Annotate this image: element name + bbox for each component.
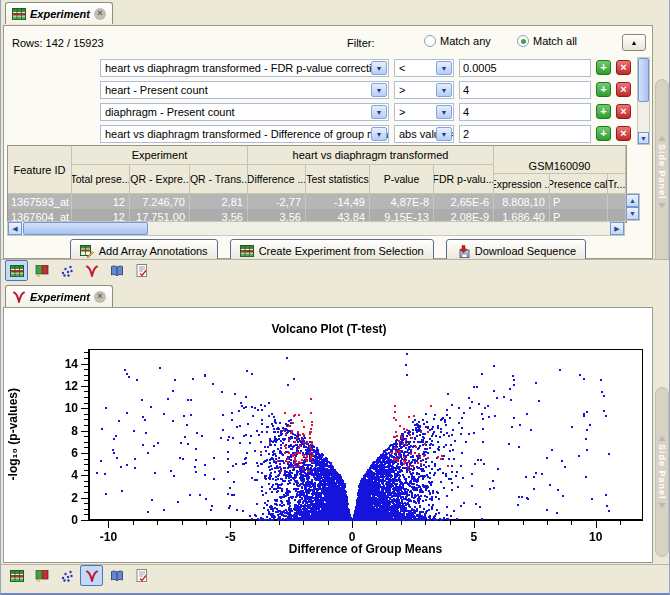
radio-icon bbox=[424, 35, 436, 47]
add-filter-button[interactable]: + bbox=[596, 126, 611, 141]
table-vertical-scrollbar[interactable]: ▲ ▼ bbox=[625, 193, 640, 221]
filter-operator-select[interactable]: >▼ bbox=[394, 81, 454, 99]
group-hvd: heart vs diaphragm transformed Differenc… bbox=[248, 146, 494, 194]
column-header-difference[interactable]: Difference ... bbox=[248, 165, 306, 194]
side-panel-label: Side Panel bbox=[657, 444, 667, 500]
table-cell: 12 bbox=[72, 194, 130, 209]
table-cell bbox=[608, 194, 626, 209]
history-book-icon[interactable] bbox=[105, 565, 128, 586]
scatter-plot-icon[interactable] bbox=[55, 565, 78, 586]
volcano-icon bbox=[12, 290, 26, 303]
element-info-icon[interactable] bbox=[130, 565, 153, 586]
filter-value-input[interactable] bbox=[459, 125, 591, 143]
close-tab-icon[interactable]: × bbox=[94, 8, 106, 20]
experiment-annotation-icon[interactable] bbox=[30, 565, 53, 586]
table-view-icon[interactable] bbox=[5, 565, 28, 586]
filter-scrollbar[interactable]: ▼ bbox=[637, 57, 650, 145]
column-header-total-present[interactable]: Total prese... bbox=[72, 165, 130, 194]
filter-operator-value: > bbox=[399, 84, 405, 96]
table-row[interactable]: 1367593_at 12 7.246,70 2,81 -2,77 -14,49… bbox=[8, 194, 626, 209]
group-header-hvd: heart vs diaphragm transformed bbox=[248, 146, 494, 165]
filter-column-select[interactable]: heart vs diaphragm transformed - FDR p-v… bbox=[100, 59, 389, 77]
column-header-fdr-p-value[interactable]: FDR p-valu... bbox=[434, 165, 494, 194]
element-info-icon[interactable] bbox=[130, 260, 153, 281]
remove-filter-button[interactable]: × bbox=[616, 104, 631, 119]
table-cell: 2,81 bbox=[190, 194, 248, 209]
experiment-annotation-icon[interactable] bbox=[30, 260, 53, 281]
download-icon bbox=[456, 245, 470, 258]
filter-operator-select[interactable]: >▼ bbox=[394, 103, 454, 121]
side-panel-arrow-icon bbox=[658, 503, 666, 508]
match-any-radio[interactable]: Match any bbox=[424, 35, 491, 47]
chevron-down-icon: ▼ bbox=[371, 105, 387, 119]
column-header-feature-id[interactable]: Feature ID bbox=[8, 146, 72, 194]
side-panel-strip: Side Panel bbox=[654, 307, 670, 563]
group-gsm160090: GSM160090 Expression ... Presence call T… bbox=[494, 146, 626, 194]
table-view-icon[interactable] bbox=[5, 260, 28, 281]
filter-row: heart vs diaphragm transformed - Differe… bbox=[100, 125, 631, 143]
tab-experiment-table[interactable]: Experiment × bbox=[5, 2, 113, 24]
side-panel-tab[interactable]: Side Panel bbox=[655, 387, 669, 557]
filter-column-value: heart vs diaphragm transformed - FDR p-v… bbox=[105, 62, 384, 74]
top-tab-bar: Experiment × bbox=[1, 0, 669, 24]
bottom-tab-bar: Experiment × bbox=[1, 283, 670, 307]
filter-value-input[interactable] bbox=[459, 81, 591, 99]
filter-column-value: diaphragm - Present count bbox=[105, 106, 235, 118]
match-all-label: Match all bbox=[533, 35, 577, 47]
match-all-radio[interactable]: Match all bbox=[517, 35, 577, 47]
filter-column-select[interactable]: heart - Present count▼ bbox=[100, 81, 389, 99]
volcano-scatter-canvas[interactable] bbox=[4, 308, 652, 562]
volcano-plot-icon[interactable] bbox=[80, 565, 103, 586]
filter-operator-select[interactable]: abs value >▼ bbox=[394, 125, 454, 143]
add-filter-button[interactable]: + bbox=[596, 82, 611, 97]
scroll-down-button[interactable]: ▼ bbox=[638, 132, 649, 144]
filter-label: Filter: bbox=[347, 37, 375, 49]
column-header-test-statistics[interactable]: Test statistics bbox=[306, 165, 370, 194]
side-panel-strip: Side Panel bbox=[654, 25, 670, 259]
column-header-expression[interactable]: Expression ... bbox=[494, 174, 550, 194]
scroll-up-button[interactable]: ▲ bbox=[626, 194, 639, 207]
remove-filter-button[interactable]: × bbox=[616, 60, 631, 75]
scroll-right-button[interactable]: ▶ bbox=[610, 222, 624, 235]
column-header-iqr-expression[interactable]: IQR - Expre... bbox=[130, 165, 190, 194]
scroll-left-button[interactable]: ◀ bbox=[8, 222, 22, 235]
table-cell: 2,65E-6 bbox=[434, 194, 494, 209]
filter-value-input[interactable] bbox=[459, 59, 591, 77]
group-experiment: Experiment Total prese... IQR - Expre...… bbox=[72, 146, 248, 194]
table-cell: -14,49 bbox=[306, 194, 370, 209]
filter-column-select[interactable]: diaphragm - Present count▼ bbox=[100, 103, 389, 121]
history-book-icon[interactable] bbox=[105, 260, 128, 281]
experiment-table-icon bbox=[240, 245, 254, 257]
column-header-transformed[interactable]: Tr... bbox=[608, 174, 626, 194]
filter-column-select[interactable]: heart vs diaphragm transformed - Differe… bbox=[100, 125, 389, 143]
remove-filter-button[interactable]: × bbox=[616, 82, 631, 97]
column-header-iqr-transformed[interactable]: IQR - Trans... bbox=[190, 165, 248, 194]
column-header-p-value[interactable]: P-value bbox=[370, 165, 434, 194]
filter-operator-select[interactable]: <▼ bbox=[394, 59, 454, 77]
add-filter-button[interactable]: + bbox=[596, 104, 611, 119]
tab-label: Experiment bbox=[30, 291, 90, 303]
side-panel-arrow-icon bbox=[658, 436, 666, 441]
add-filter-button[interactable]: + bbox=[596, 60, 611, 75]
table-cell: -2,77 bbox=[248, 194, 306, 209]
y-axis-label: -log₁₀ (p-values) bbox=[6, 349, 20, 520]
volcano-plot-panel: Experiment × Volcano Plot (T-test) Diffe… bbox=[1, 283, 670, 595]
volcano-plot-icon[interactable] bbox=[80, 260, 103, 281]
side-panel-tab[interactable]: Side Panel bbox=[655, 79, 669, 265]
scroll-down-button[interactable]: ▼ bbox=[626, 207, 639, 220]
table-horizontal-scrollbar[interactable]: ◀ ▶ bbox=[7, 221, 625, 236]
remove-filter-button[interactable]: × bbox=[616, 126, 631, 141]
chart-title: Volcano Plot (T-test) bbox=[4, 322, 654, 336]
scrollbar-thumb[interactable] bbox=[23, 222, 148, 235]
scatter-plot-icon[interactable] bbox=[55, 260, 78, 281]
tab-experiment-plot[interactable]: Experiment × bbox=[5, 285, 113, 307]
column-header-presence-call[interactable]: Presence call bbox=[550, 174, 608, 194]
filter-value-input[interactable] bbox=[459, 103, 591, 121]
filter-column-value: heart vs diaphragm transformed - Differe… bbox=[105, 128, 389, 140]
table-cell: 7.246,70 bbox=[130, 194, 190, 209]
scrollbar-thumb[interactable] bbox=[638, 58, 649, 102]
x-axis-label: Difference of Group Means bbox=[89, 542, 642, 556]
group-header-experiment: Experiment bbox=[72, 146, 248, 165]
close-tab-icon[interactable]: × bbox=[94, 291, 106, 303]
collapse-filter-button[interactable]: ▲ bbox=[622, 34, 646, 51]
